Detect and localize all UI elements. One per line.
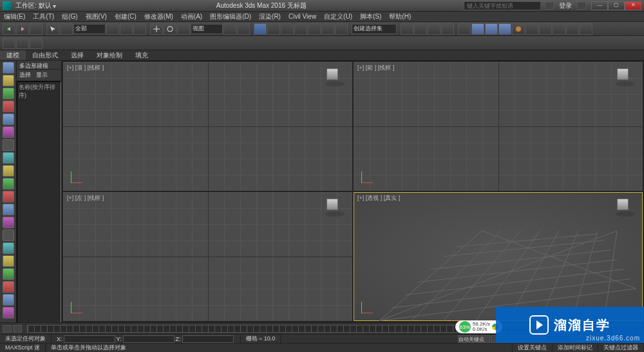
snap5-button[interactable] bbox=[308, 23, 321, 35]
menu-item[interactable]: 动画(A) bbox=[181, 12, 202, 21]
scene-tab-select[interactable]: 选择 bbox=[19, 71, 31, 79]
tool-d-button[interactable] bbox=[580, 23, 592, 35]
menu-item[interactable]: 图形编辑器(D) bbox=[210, 12, 251, 21]
side-icon-14[interactable] bbox=[3, 230, 14, 241]
modify-panel-icon[interactable] bbox=[3, 75, 14, 86]
autokey-button[interactable]: 自动关键点 bbox=[458, 335, 490, 343]
spinner-snap-button[interactable] bbox=[294, 23, 307, 35]
menu-item[interactable]: 编辑(E) bbox=[4, 12, 25, 21]
select-name-button[interactable] bbox=[106, 23, 119, 35]
align-button[interactable] bbox=[414, 23, 427, 35]
viewcube-persp[interactable] bbox=[617, 199, 634, 215]
side-icon-8[interactable] bbox=[3, 152, 14, 164]
login-button[interactable]: 登录 bbox=[556, 1, 574, 10]
ref-coord-dropdown[interactable]: 视图 bbox=[191, 24, 223, 34]
side-icon-13[interactable] bbox=[3, 217, 14, 228]
app-icon[interactable] bbox=[3, 1, 12, 10]
ribbon-tab[interactable]: 填充 bbox=[129, 50, 155, 60]
tool-a-button[interactable] bbox=[539, 23, 552, 35]
angle-snap-button[interactable] bbox=[267, 23, 280, 35]
tool-c-button[interactable] bbox=[566, 23, 579, 35]
menu-item[interactable]: 创建(C) bbox=[115, 12, 137, 21]
percent-snap-button[interactable] bbox=[281, 23, 294, 35]
layer-button[interactable] bbox=[428, 23, 440, 35]
undo-button[interactable] bbox=[3, 23, 15, 35]
select-button[interactable] bbox=[46, 23, 59, 35]
curve-editor-button[interactable] bbox=[441, 23, 454, 35]
side-icon-16[interactable] bbox=[3, 255, 14, 267]
z-coord-input[interactable] bbox=[182, 335, 234, 343]
snap6-button[interactable] bbox=[321, 23, 334, 35]
add-time-tag[interactable]: 添加时间标记 bbox=[553, 344, 598, 352]
side-icon-18[interactable] bbox=[3, 281, 14, 293]
viewport-left[interactable]: [+] [左 ] [线框 ] bbox=[63, 192, 352, 321]
select-region-button[interactable] bbox=[120, 23, 133, 35]
side-icon-12[interactable] bbox=[3, 204, 14, 215]
menu-item[interactable]: 自定义(U) bbox=[324, 12, 352, 21]
select-rect-button[interactable] bbox=[60, 23, 73, 35]
hierarchy-panel-icon[interactable] bbox=[3, 88, 14, 99]
rotate-button[interactable] bbox=[164, 23, 176, 35]
viewport-persp-label[interactable]: [+] [透视 ] [真实 ] bbox=[357, 194, 400, 202]
ribbon-tab[interactable]: 对象绘制 bbox=[90, 50, 129, 60]
viewport-front-label[interactable]: [+] [前 ] [线框 ] bbox=[357, 64, 394, 72]
viewport-perspective[interactable]: [+] [透视 ] [真实 ] bbox=[354, 192, 643, 321]
scene-tab-display[interactable]: 显示 bbox=[36, 71, 48, 79]
ribbon-tab[interactable]: 选择 bbox=[64, 50, 90, 60]
menu-item[interactable]: 渲染(R) bbox=[259, 12, 281, 21]
ribbon-tab[interactable]: 建模 bbox=[0, 50, 26, 60]
side-icon-7[interactable] bbox=[3, 139, 14, 151]
manip-button[interactable] bbox=[237, 23, 250, 35]
viewport-top-label[interactable]: [+] [顶 ] [线框 ] bbox=[67, 64, 104, 72]
render-button[interactable] bbox=[512, 23, 525, 35]
snap-button[interactable] bbox=[254, 23, 267, 35]
menu-item[interactable]: 帮助(H) bbox=[389, 12, 411, 21]
workspace-label[interactable]: 工作区: 默认 bbox=[15, 1, 52, 10]
key-filter-button[interactable]: 关键点过滤器 bbox=[598, 344, 644, 352]
x-coord-input[interactable] bbox=[64, 335, 115, 343]
menu-item[interactable]: Civil View bbox=[289, 13, 316, 20]
infocenter-icon[interactable] bbox=[545, 2, 554, 10]
scale-button[interactable] bbox=[177, 23, 190, 35]
side-icon-17[interactable] bbox=[3, 268, 14, 280]
side-icon-19[interactable] bbox=[3, 294, 14, 306]
close-button[interactable]: ✕ bbox=[625, 1, 641, 10]
help-search-input[interactable] bbox=[464, 1, 541, 10]
qat-1-button[interactable] bbox=[3, 37, 15, 49]
mirror-button[interactable] bbox=[401, 23, 413, 35]
scene-tree[interactable]: 名称(按升序排序) bbox=[17, 81, 61, 326]
time-config-icon[interactable] bbox=[3, 325, 12, 333]
display-panel-icon[interactable] bbox=[3, 113, 14, 125]
selection-filter-dropdown[interactable]: 全部 bbox=[73, 24, 106, 34]
pivot-button[interactable] bbox=[223, 23, 236, 35]
setkey-button[interactable]: 设置关键点 bbox=[513, 344, 553, 352]
viewcube-left[interactable] bbox=[327, 199, 343, 215]
render-setup-button[interactable] bbox=[485, 23, 498, 35]
viewport-front[interactable]: [+] [前 ] [线框 ] bbox=[354, 62, 643, 191]
menu-item[interactable]: 组(G) bbox=[62, 12, 77, 21]
side-icon-10[interactable] bbox=[3, 178, 14, 190]
schematic-button[interactable] bbox=[458, 23, 471, 35]
tool-b-button[interactable] bbox=[553, 23, 565, 35]
side-icon-11[interactable] bbox=[3, 191, 14, 202]
side-icon-9[interactable] bbox=[3, 165, 14, 177]
time-tag-icon[interactable] bbox=[13, 325, 22, 333]
menu-item[interactable]: 工具(T) bbox=[33, 12, 54, 21]
move-button[interactable] bbox=[150, 23, 163, 35]
material-button[interactable] bbox=[471, 23, 484, 35]
menu-item[interactable]: 修改器(M) bbox=[144, 12, 173, 21]
favorites-icon[interactable] bbox=[577, 2, 586, 10]
menu-item[interactable]: 视图(V) bbox=[86, 12, 107, 21]
render-frame-button[interactable] bbox=[498, 23, 511, 35]
link-button[interactable] bbox=[30, 23, 43, 35]
window-crossing-button[interactable] bbox=[133, 23, 146, 35]
viewport-left-label[interactable]: [+] [左 ] [线框 ] bbox=[67, 194, 104, 202]
minimize-button[interactable]: — bbox=[591, 1, 608, 10]
side-icon-15[interactable] bbox=[3, 242, 14, 254]
redo-button[interactable] bbox=[16, 23, 29, 35]
motion-panel-icon[interactable] bbox=[3, 101, 14, 112]
snap7-button[interactable] bbox=[335, 23, 348, 35]
maximize-button[interactable]: ▢ bbox=[608, 1, 625, 10]
viewcube-front[interactable] bbox=[617, 68, 634, 85]
named-sel-dropdown[interactable]: 创建选择集 bbox=[352, 24, 397, 34]
